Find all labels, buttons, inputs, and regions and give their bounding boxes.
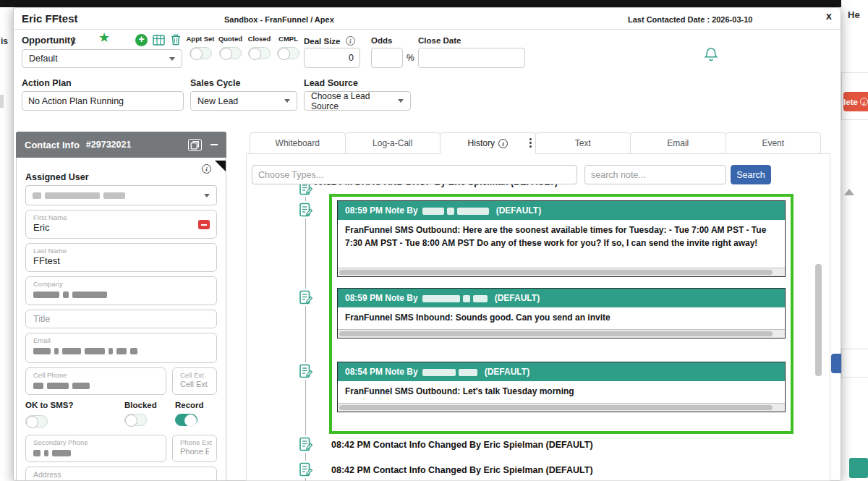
action-plan-input[interactable] <box>22 91 184 111</box>
info-icon <box>860 98 868 106</box>
email-field[interactable]: Email <box>25 333 217 363</box>
trash-icon[interactable] <box>171 34 181 48</box>
note-header-suffix: (DEFAULT) <box>496 205 541 216</box>
tab-email[interactable]: Email <box>630 132 726 154</box>
redacted-text <box>33 189 129 202</box>
contact-info-title: Contact Info <box>25 140 80 150</box>
contact-info-header[interactable]: Contact Info #29732021 <box>16 132 226 158</box>
note-icon <box>297 461 315 478</box>
note-horizontal-scrollbar[interactable] <box>338 329 785 338</box>
closed-toggle[interactable] <box>248 47 271 59</box>
background-teal-button-fragment[interactable] <box>849 458 868 478</box>
address-label: Address <box>33 470 209 479</box>
tab-event[interactable]: Event <box>726 132 822 154</box>
company-label: Company <box>33 280 209 288</box>
sales-cycle-label: Sales Cycle <box>190 78 241 88</box>
action-plan-label: Action Plan <box>22 78 72 88</box>
history-vertical-scrollbar[interactable] <box>815 264 822 376</box>
chevron-down-icon <box>204 194 210 197</box>
tab-text[interactable]: Text <box>535 132 631 154</box>
scroll-to-top-icon[interactable] <box>844 189 854 195</box>
search-button[interactable]: Search <box>731 165 771 184</box>
opportunity-count: 1 <box>71 35 76 46</box>
add-opportunity-icon[interactable] <box>135 34 148 46</box>
title-field[interactable]: Title <box>25 310 217 328</box>
last-name-label: Last Name <box>33 247 209 255</box>
blocked-label: Blocked <box>124 401 175 409</box>
last-contacted-date: Last Contacted Date : 2026-03-10 <box>628 15 752 24</box>
environment-breadcrumb: Sandbox - FranFunnel / Apex <box>224 15 334 24</box>
email-label: Email <box>33 336 209 344</box>
bell-icon[interactable] <box>703 46 719 65</box>
address-field[interactable]: Address <box>25 467 217 481</box>
popout-icon[interactable] <box>188 139 202 151</box>
close-date-input[interactable] <box>418 48 525 68</box>
delete-button-fragment[interactable]: lete <box>843 92 868 111</box>
redacted-text <box>422 205 492 216</box>
sales-cycle-select[interactable]: New Lead <box>190 91 297 111</box>
info-icon[interactable] <box>202 164 211 174</box>
phone-ext-label: Phone Ext <box>180 438 209 446</box>
note-body: FranFunnel SMS Outbound: Here are the so… <box>338 220 785 268</box>
phone-ext-field[interactable]: Phone Ext Phone Ext <box>172 435 217 462</box>
contact-info-body: Assigned User First Name Eric Last Name … <box>16 158 226 481</box>
info-icon[interactable] <box>498 139 508 148</box>
redacted-text <box>33 447 158 458</box>
background-help-text[interactable]: He <box>848 9 860 20</box>
tab-whiteboard[interactable]: Whiteboard <box>250 132 346 154</box>
note-icon <box>297 289 315 306</box>
closed-label: Closed <box>246 35 273 43</box>
cell-phone-field[interactable]: Cell Phone <box>25 367 166 395</box>
delete-fragment-label: lete <box>843 98 858 106</box>
star-icon[interactable] <box>98 30 110 46</box>
quoted-label: Quoted <box>217 35 244 43</box>
background-panel-fragment <box>841 349 868 378</box>
ok-to-sms-toggle[interactable] <box>25 415 48 427</box>
note-body: FranFunnel SMS Outbound: Let's talk Tues… <box>338 381 785 403</box>
search-note-input[interactable] <box>584 165 726 184</box>
opportunity-select[interactable]: Default <box>22 49 182 68</box>
deal-size-input[interactable] <box>304 48 360 68</box>
note-horizontal-scrollbar[interactable] <box>338 403 785 412</box>
lead-source-value: Choose a Lead Source <box>311 91 393 111</box>
note-card[interactable]: 08:59 PM Note By (DEFAULT) FranFunnel SM… <box>337 200 786 277</box>
background-left-text: is <box>1 36 8 46</box>
first-name-field[interactable]: First Name Eric <box>25 210 217 239</box>
chevron-down-icon <box>169 57 175 61</box>
background-blue-button-fragment[interactable] <box>831 354 841 373</box>
odds-input[interactable] <box>371 48 403 68</box>
tab-log-a-call[interactable]: Log-a-Call <box>345 132 441 154</box>
corner-fold-icon <box>215 161 226 171</box>
tab-label: Whiteboard <box>276 138 320 148</box>
note-card[interactable]: 08:59 PM Note By (DEFAULT) FranFunnel SM… <box>337 288 786 339</box>
secondary-phone-field[interactable]: Secondary Phone <box>25 435 166 462</box>
blocked-toggle[interactable] <box>124 414 147 426</box>
cell-ext-field[interactable]: Cell Ext Cell Ext <box>172 367 217 395</box>
choose-types-input[interactable] <box>252 165 577 184</box>
close-date-label: Close Date <box>418 36 461 45</box>
close-button[interactable]: x <box>826 10 832 22</box>
record-toggle[interactable] <box>175 414 197 426</box>
kebab-menu-icon[interactable] <box>528 137 533 149</box>
cmpl-toggle[interactable] <box>277 47 299 59</box>
note-header-suffix: (DEFAULT) <box>485 367 529 377</box>
lead-source-select[interactable]: Choose a Lead Source <box>304 91 411 111</box>
info-icon[interactable] <box>346 36 355 46</box>
chevron-down-icon <box>284 99 290 103</box>
grid-icon[interactable] <box>153 35 165 48</box>
appt-set-label: Appt Set <box>186 35 215 43</box>
company-field[interactable]: Company <box>25 276 217 305</box>
tab-label: Log-a-Call <box>373 138 412 148</box>
odds-label: Odds <box>371 36 392 45</box>
assigned-user-select[interactable] <box>25 185 217 205</box>
redacted-text <box>33 345 209 356</box>
minimize-icon[interactable] <box>210 144 218 145</box>
note-card[interactable]: 08:54 PM Note By (DEFAULT) FranFunnel SM… <box>337 362 786 412</box>
no-sms-badge-icon <box>198 220 210 229</box>
note-horizontal-scrollbar[interactable] <box>338 268 785 276</box>
tab-label: Event <box>762 138 784 148</box>
quoted-toggle[interactable] <box>219 47 242 59</box>
tab-history[interactable]: History <box>440 132 536 154</box>
last-name-field[interactable]: Last Name FFtest <box>25 243 217 272</box>
appt-set-toggle[interactable] <box>190 47 212 59</box>
